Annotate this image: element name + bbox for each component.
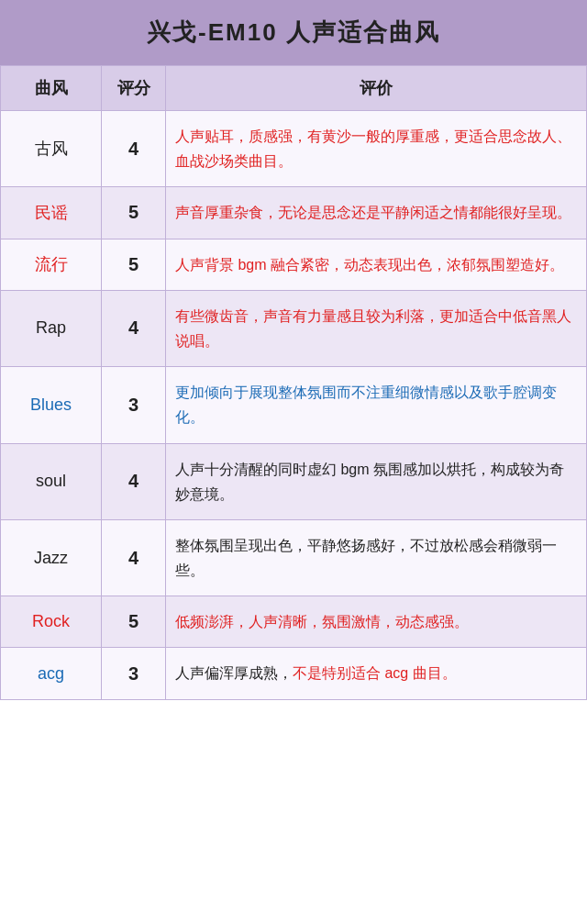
header-genre: 曲风 — [1, 66, 102, 111]
table-row: acg3人声偏浑厚成熟，不是特别适合 acg 曲目。 — [1, 648, 587, 699]
genre-label: 流行 — [35, 255, 68, 273]
score-cell: 5 — [102, 239, 166, 290]
table-row: soul4人声十分清醒的同时虚幻 bgm 氛围感加以烘托，构成较为奇妙意境。 — [1, 443, 587, 519]
genre-cell: Jazz — [1, 519, 102, 596]
table-header-row: 曲风 评分 评价 — [1, 66, 587, 111]
genre-cell: Rap — [1, 290, 102, 366]
review-cell: 有些微齿音，声音有力量感且较为利落，更加适合中低音黑人说唱。 — [166, 290, 587, 366]
review-cell: 整体氛围呈现出色，平静悠扬感好，不过放松感会稍微弱一些。 — [166, 519, 587, 596]
page-title: 兴戈-EM10 人声适合曲风 — [0, 0, 587, 65]
genre-label: Rock — [32, 612, 70, 630]
genre-label: 民谣 — [35, 204, 68, 222]
score-cell: 4 — [102, 111, 166, 187]
review-cell: 低频澎湃，人声清晰，氛围激情，动态感强。 — [166, 596, 587, 648]
score-cell: 3 — [102, 648, 166, 699]
table-row: Rock5低频澎湃，人声清晰，氛围激情，动态感强。 — [1, 596, 587, 648]
genre-cell: Blues — [1, 367, 102, 443]
main-table: 曲风 评分 评价 古风4人声贴耳，质感强，有黄沙一般的厚重感，更适合思念故人、血… — [0, 65, 587, 700]
genre-label: Blues — [30, 395, 72, 414]
genre-cell: 民谣 — [1, 187, 102, 239]
genre-label: soul — [36, 472, 66, 490]
genre-label: Rap — [36, 318, 66, 337]
genre-cell: 流行 — [1, 239, 102, 290]
header-review: 评价 — [166, 66, 587, 111]
review-cell: 声音厚重杂食，无论是思念还是平静闲适之情都能很好呈现。 — [166, 187, 587, 239]
score-cell: 5 — [102, 187, 166, 239]
score-cell: 4 — [102, 443, 166, 519]
score-cell: 3 — [102, 367, 166, 443]
table-row: Jazz4整体氛围呈现出色，平静悠扬感好，不过放松感会稍微弱一些。 — [1, 519, 587, 596]
genre-cell: Rock — [1, 596, 102, 648]
score-cell: 4 — [102, 519, 166, 596]
header-score: 评分 — [102, 66, 166, 111]
genre-label: acg — [38, 664, 64, 683]
table-row: Rap4有些微齿音，声音有力量感且较为利落，更加适合中低音黑人说唱。 — [1, 290, 587, 366]
genre-label: Jazz — [34, 549, 68, 567]
review-cell: 人声贴耳，质感强，有黄沙一般的厚重感，更适合思念故人、血战沙场类曲目。 — [166, 111, 587, 187]
review-cell: 人声偏浑厚成熟，不是特别适合 acg 曲目。 — [166, 648, 587, 699]
table-row: 流行5人声背景 bgm 融合紧密，动态表现出色，浓郁氛围塑造好。 — [1, 239, 587, 290]
genre-cell: soul — [1, 443, 102, 519]
score-cell: 5 — [102, 596, 166, 648]
review-cell: 人声背景 bgm 融合紧密，动态表现出色，浓郁氛围塑造好。 — [166, 239, 587, 290]
review-cell: 更加倾向于展现整体氛围而不注重细微情感以及歌手腔调变化。 — [166, 367, 587, 443]
genre-cell: acg — [1, 648, 102, 699]
table-row: 古风4人声贴耳，质感强，有黄沙一般的厚重感，更适合思念故人、血战沙场类曲目。 — [1, 111, 587, 187]
table-row: 民谣5声音厚重杂食，无论是思念还是平静闲适之情都能很好呈现。 — [1, 187, 587, 239]
genre-label: 古风 — [35, 139, 68, 158]
review-cell: 人声十分清醒的同时虚幻 bgm 氛围感加以烘托，构成较为奇妙意境。 — [166, 443, 587, 519]
table-row: Blues3更加倾向于展现整体氛围而不注重细微情感以及歌手腔调变化。 — [1, 367, 587, 443]
genre-cell: 古风 — [1, 111, 102, 187]
score-cell: 4 — [102, 290, 166, 366]
